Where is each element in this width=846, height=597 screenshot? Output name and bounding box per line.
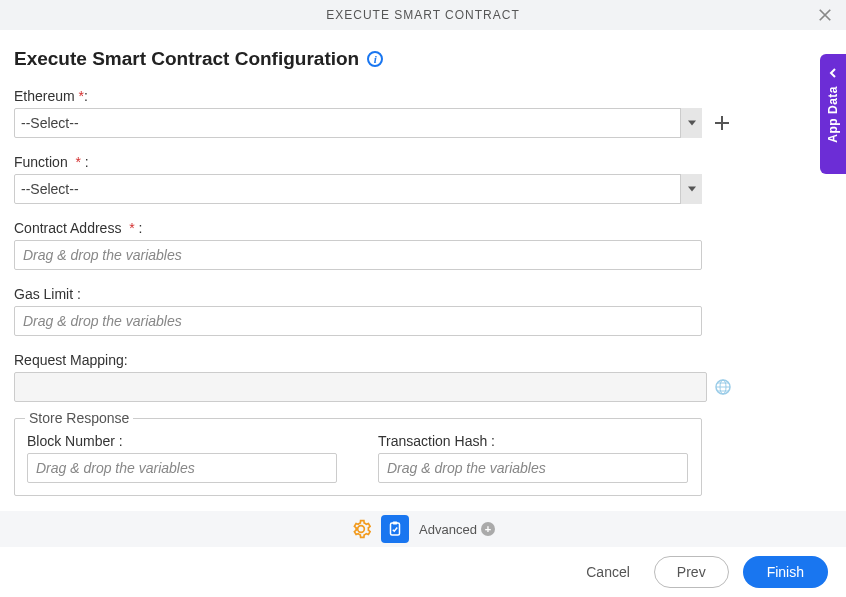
- gear-icon[interactable]: [351, 519, 371, 539]
- gas-limit-label: Gas Limit :: [14, 286, 832, 302]
- store-response-fieldset: Store Response Block Number : Transactio…: [14, 418, 702, 496]
- gas-limit-input[interactable]: [14, 306, 702, 336]
- info-icon[interactable]: i: [367, 51, 383, 67]
- advanced-toggle[interactable]: Advanced +: [419, 522, 495, 537]
- chevron-down-icon[interactable]: [680, 108, 702, 138]
- transaction-hash-input[interactable]: [378, 453, 688, 483]
- contract-address-colon: :: [139, 220, 143, 236]
- request-mapping-label: Request Mapping:: [14, 352, 832, 368]
- ethereum-colon: :: [84, 88, 88, 104]
- prev-button[interactable]: Prev: [654, 556, 729, 588]
- ethereum-group: Ethereum *: --Select--: [14, 88, 832, 138]
- gas-limit-group: Gas Limit :: [14, 286, 832, 336]
- chevron-down-icon[interactable]: [680, 174, 702, 204]
- transaction-hash-label: Transaction Hash :: [378, 433, 689, 449]
- required-star: *: [75, 154, 80, 170]
- request-mapping-row: [14, 372, 832, 402]
- contract-address-label-text: Contract Address: [14, 220, 121, 236]
- contract-address-label: Contract Address * :: [14, 220, 832, 236]
- contract-address-group: Contract Address * :: [14, 220, 832, 270]
- store-response-row: Block Number : Transaction Hash :: [27, 433, 689, 483]
- footer-actions: Cancel Prev Finish: [0, 547, 846, 597]
- header-title: EXECUTE SMART CONTRACT: [326, 8, 520, 22]
- svg-rect-2: [391, 523, 400, 535]
- content-area: Execute Smart Contract Configuration i E…: [0, 30, 846, 506]
- page-title-row: Execute Smart Contract Configuration i: [14, 48, 832, 70]
- request-mapping-group: Request Mapping:: [14, 352, 832, 402]
- function-label-text: Function: [14, 154, 68, 170]
- app-data-label: App Data: [826, 86, 840, 143]
- ethereum-select-row: --Select--: [14, 108, 832, 138]
- block-number-label: Block Number :: [27, 433, 338, 449]
- cancel-button[interactable]: Cancel: [576, 558, 640, 586]
- ethereum-select-value: --Select--: [14, 108, 702, 138]
- ethereum-label-text: Ethereum: [14, 88, 75, 104]
- ethereum-select[interactable]: --Select--: [14, 108, 702, 138]
- close-icon[interactable]: [816, 6, 834, 24]
- request-mapping-input[interactable]: [14, 372, 707, 402]
- page-title: Execute Smart Contract Configuration: [14, 48, 359, 70]
- app-data-tab[interactable]: App Data: [820, 54, 846, 174]
- function-colon: :: [85, 154, 89, 170]
- globe-icon[interactable]: [715, 379, 731, 395]
- function-group: Function * : --Select--: [14, 154, 832, 204]
- bottom-toolbar: Advanced +: [0, 511, 846, 547]
- chevron-left-icon: [828, 64, 838, 74]
- dialog-header: EXECUTE SMART CONTRACT: [0, 0, 846, 30]
- store-response-legend: Store Response: [25, 410, 133, 426]
- plus-circle-icon: +: [481, 522, 495, 536]
- finish-button[interactable]: Finish: [743, 556, 828, 588]
- block-number-input[interactable]: [27, 453, 337, 483]
- function-label: Function * :: [14, 154, 832, 170]
- transaction-hash-col: Transaction Hash :: [378, 433, 689, 483]
- function-select[interactable]: --Select--: [14, 174, 702, 204]
- add-ethereum-button[interactable]: [712, 113, 732, 133]
- clipboard-check-icon[interactable]: [381, 515, 409, 543]
- svg-rect-3: [393, 522, 398, 525]
- required-star: *: [129, 220, 134, 236]
- advanced-label-text: Advanced: [419, 522, 477, 537]
- function-select-value: --Select--: [14, 174, 702, 204]
- block-number-col: Block Number :: [27, 433, 338, 483]
- contract-address-input[interactable]: [14, 240, 702, 270]
- ethereum-label: Ethereum *:: [14, 88, 832, 104]
